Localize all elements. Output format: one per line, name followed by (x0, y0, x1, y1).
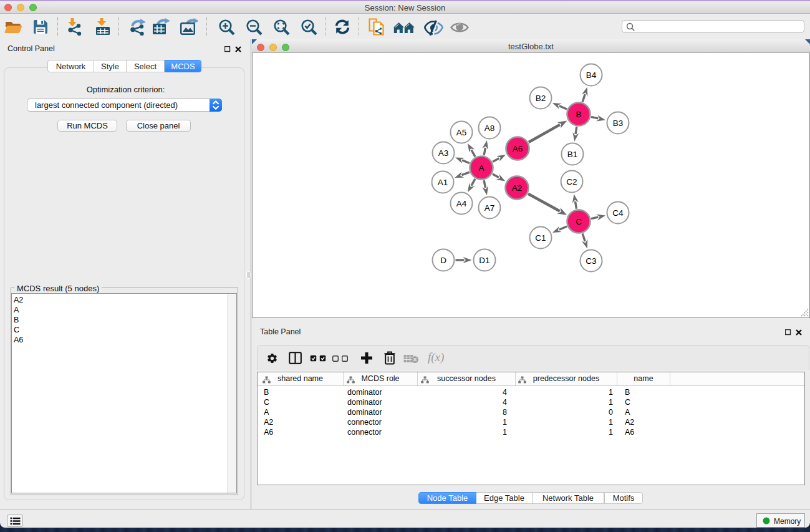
svg-text:B2: B2 (536, 94, 546, 103)
svg-text:C: C (576, 217, 582, 226)
svg-text:A4: A4 (456, 199, 467, 208)
svg-text:C4: C4 (612, 208, 624, 218)
svg-text:C3: C3 (586, 256, 596, 266)
svg-text:A: A (478, 163, 484, 173)
svg-text:A5: A5 (456, 128, 467, 137)
svg-text:A8: A8 (485, 123, 495, 133)
svg-text:B: B (576, 110, 581, 119)
svg-text:A7: A7 (485, 203, 495, 213)
svg-text:A6: A6 (513, 144, 523, 153)
svg-text:A1: A1 (438, 178, 448, 187)
svg-text:D1: D1 (479, 256, 489, 265)
svg-text:C2: C2 (566, 177, 577, 186)
svg-text:A2: A2 (512, 183, 523, 193)
svg-text:B3: B3 (613, 118, 624, 128)
svg-text:C1: C1 (535, 233, 546, 243)
svg-text:A3: A3 (438, 148, 449, 158)
svg-text:B4: B4 (586, 70, 597, 80)
svg-text:B1: B1 (567, 150, 578, 159)
svg-text:D: D (440, 256, 446, 265)
